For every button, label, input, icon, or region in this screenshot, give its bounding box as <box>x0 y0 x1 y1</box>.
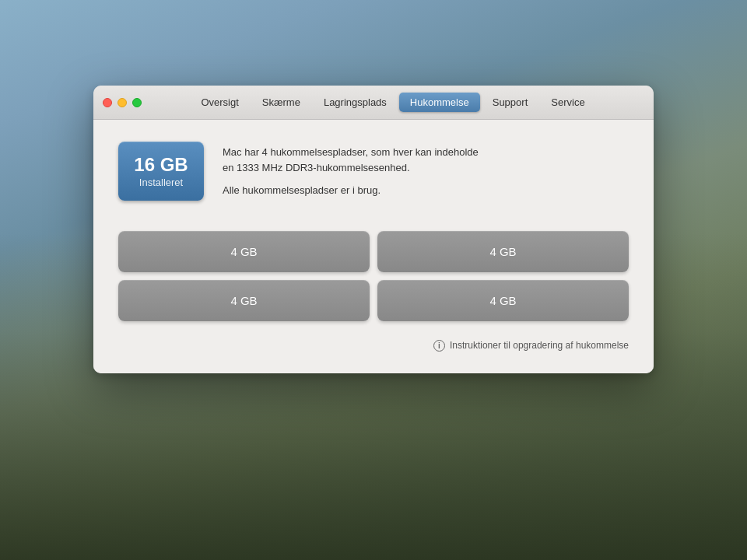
memory-slot-3: 4 GB <box>118 280 370 321</box>
titlebar: Oversigt Skærme Lagringsplads Hukommelse… <box>93 86 654 120</box>
info-icon: i <box>433 340 445 352</box>
close-button[interactable] <box>103 98 112 107</box>
top-section: 16 GB Installeret Mac har 4 hukommelsesp… <box>118 142 629 206</box>
maximize-button[interactable] <box>132 98 142 107</box>
memory-label: Installeret <box>134 177 188 188</box>
about-this-mac-window: Oversigt Skærme Lagringsplads Hukommelse… <box>93 86 654 373</box>
tab-service[interactable]: Service <box>540 93 595 112</box>
upgrade-instructions-link[interactable]: Instruktioner til opgradering af hukomme… <box>450 340 629 351</box>
tab-oversigt[interactable]: Oversigt <box>190 93 249 112</box>
memory-badge: 16 GB Installeret <box>118 142 204 201</box>
tab-bar: Oversigt Skærme Lagringsplads Hukommelse… <box>142 93 644 112</box>
window-content: 16 GB Installeret Mac har 4 hukommelsesp… <box>93 120 654 373</box>
memory-slot-4: 4 GB <box>377 280 629 321</box>
traffic-lights <box>103 98 142 107</box>
description-line1: Mac har 4 hukommelsespladser, som hver k… <box>223 145 629 175</box>
footer-link-area: i Instruktioner til opgradering af hukom… <box>118 337 629 352</box>
tab-skaerme[interactable]: Skærme <box>251 93 311 112</box>
tab-lagringsplads[interactable]: Lagringsplads <box>313 93 398 112</box>
description-line3: Alle hukommelsespladser er i brug. <box>223 183 629 198</box>
memory-size: 16 GB <box>134 154 188 177</box>
minimize-button[interactable] <box>117 98 127 107</box>
memory-slots-grid: 4 GB 4 GB 4 GB 4 GB <box>118 231 629 321</box>
memory-description: Mac har 4 hukommelsespladser, som hver k… <box>223 142 629 206</box>
memory-slot-2: 4 GB <box>377 231 629 272</box>
tab-hukommelse[interactable]: Hukommelse <box>399 93 480 112</box>
memory-slot-1: 4 GB <box>118 231 370 272</box>
tab-support[interactable]: Support <box>482 93 539 112</box>
